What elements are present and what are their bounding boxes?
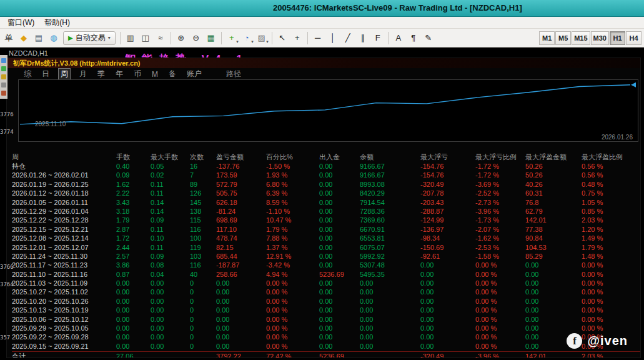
table-cell: 0.14 [151, 198, 190, 207]
table-cell: 0.00 [116, 297, 151, 306]
table-cell: 0.00 [319, 332, 360, 341]
timeframe-h1[interactable]: H1 [610, 31, 625, 45]
indicators-add-icon[interactable]: +▾ [225, 31, 239, 45]
table-cell: 5236.69 [319, 352, 360, 358]
tab-季[interactable]: 季 [96, 69, 107, 79]
trendline-icon[interactable]: ╱ [341, 31, 355, 45]
table-cell: 0.00 % [475, 342, 525, 351]
period-icon[interactable]: ◔▾ [240, 31, 254, 45]
table-cell: 2025.10.13 ~ 2025.10.19 [12, 306, 116, 314]
table-cell: 1.93 % [266, 171, 319, 179]
tab-年[interactable]: 年 [114, 69, 125, 79]
crosshair-icon[interactable]: + [290, 31, 304, 45]
menu-item[interactable]: 窗口(W) [2, 17, 39, 29]
table-cell: 1.79 % [266, 225, 319, 234]
table-cell: 40.26 [525, 180, 582, 189]
table-cell: 1.37 % [266, 243, 319, 252]
table-cell: 出入金 [319, 152, 360, 162]
table-cell: -2.52 % [475, 189, 525, 198]
table-cell: 6075.07 [360, 243, 420, 252]
table-cell: 9166.67 [360, 171, 420, 179]
dock-misc-icon[interactable] [1, 91, 6, 96]
table-cell: 89 [190, 180, 216, 189]
tab-月[interactable]: 月 [77, 69, 89, 79]
table-cell: 0.00 [151, 306, 190, 314]
table-cell: 0.00 [525, 270, 582, 279]
table-cell: 0.00 % [582, 315, 640, 324]
channel-icon[interactable]: ∥ [356, 31, 370, 45]
hline-icon[interactable]: ─ [311, 31, 325, 45]
table-cell: 0.00 [319, 234, 360, 242]
table-cell: 0.00 [319, 189, 360, 198]
table-cell: 0.00 % [582, 270, 640, 279]
table-cell: 0.00 [319, 207, 360, 216]
timeframe-m1[interactable]: M1 [539, 31, 555, 45]
table-row: 2025.10.13 ~ 2025.10.190.000.0000.000.00… [12, 306, 640, 314]
table-cell: 5495.35 [360, 270, 420, 279]
label-icon[interactable]: ¶ [407, 31, 420, 45]
tile-windows-icon[interactable]: ▦ [204, 31, 218, 45]
dock-chart-icon[interactable] [1, 58, 6, 63]
menu-item[interactable]: 帮助(H) [39, 17, 75, 29]
zoom-in-icon[interactable]: ⊕ [174, 31, 188, 45]
stats-panel: 初军DrMs统计,V3.08 (http://mtdriver.cn) 综日周月… [6, 58, 641, 358]
table-cell: -81.24 [216, 207, 266, 216]
table-cell: 0.00 % [582, 306, 640, 314]
table-cell: 2025.11.24 ~ 2025.11.30 [12, 252, 116, 261]
tab-账户[interactable]: 账户 [185, 69, 204, 79]
timeframe-m15[interactable]: M15 [572, 31, 590, 45]
play-icon: ▶ [68, 34, 73, 41]
table-cell: 2026.01.19 ~ 2026.01.25 [12, 180, 116, 189]
table-cell: 3.18 [116, 207, 151, 216]
auto-trading-button[interactable]: ▶自动交易▾ [63, 31, 116, 45]
new-order-icon[interactable]: ◆ [17, 31, 31, 45]
text-icon[interactable]: A [392, 31, 405, 45]
dock-grid-icon[interactable] [1, 82, 6, 88]
tab-M[interactable]: M [150, 70, 160, 79]
timeframe-h4[interactable]: H4 [626, 31, 642, 45]
table-cell: -154.76 [420, 162, 475, 171]
table-cell: 1.20 % [582, 225, 640, 234]
table-cell: 0.00 % [582, 324, 640, 332]
title-bar: 20054476: ICMarketsSC-Live09 - Raw Tradi… [0, 0, 644, 17]
shapes-icon[interactable]: ✎ [422, 31, 435, 45]
table-cell: -154.76 [420, 171, 475, 179]
table-cell: -150.69 [420, 243, 475, 252]
template-icon[interactable]: ▨▾ [255, 31, 269, 45]
community-icon[interactable]: ◍ [47, 31, 61, 45]
candlestick-icon[interactable]: ◫ [139, 31, 152, 45]
table-cell: 2025.09.29 ~ 2025.10.05 [12, 324, 116, 332]
table-cell: 77.38 [525, 225, 582, 234]
panel-tabs: 综日周月季年币M备账户路径 [22, 69, 640, 79]
table-cell: -1.72 % [475, 162, 525, 171]
tab-周[interactable]: 周 [58, 68, 71, 80]
print-icon[interactable]: ▤ [32, 31, 46, 45]
zoom-out-icon[interactable]: ⊖ [189, 31, 203, 45]
fibonacci-icon[interactable]: F [371, 31, 385, 45]
timeframe-m30[interactable]: M30 [591, 31, 609, 45]
tab-备[interactable]: 备 [167, 69, 178, 79]
dock-tool-icon[interactable] [1, 74, 6, 79]
table-cell: 16 [190, 162, 216, 171]
table-cell: 0.00 [360, 324, 420, 332]
table-cell: 2025.09.22 ~ 2025.09.28 [12, 332, 116, 341]
cursor-icon[interactable]: ↖ [275, 31, 289, 45]
tab-路径[interactable]: 路径 [224, 69, 243, 79]
table-cell: 50.26 [525, 162, 582, 171]
table-cell: 2026.01.26 ~ 2026.02.01 [12, 171, 116, 179]
timeframe-m5[interactable]: M5 [555, 31, 571, 45]
tab-币[interactable]: 币 [132, 69, 143, 79]
table-cell: -98.34 [420, 234, 475, 242]
tab-日[interactable]: 日 [40, 69, 51, 79]
table-cell: 685.44 [216, 252, 266, 261]
table-cell: -207.78 [420, 189, 475, 198]
table-cell: 0.00 [420, 261, 475, 269]
dock-list-icon[interactable] [1, 66, 6, 71]
bar-chart-icon[interactable]: ▥ [124, 31, 137, 45]
table-cell: 0.85 % [582, 207, 640, 216]
vline-icon[interactable]: │ [326, 31, 340, 45]
order-fragment-icon[interactable]: 单 [2, 31, 16, 45]
table-cell: -3.96 % [475, 207, 525, 216]
line-chart-icon[interactable]: ≈ [154, 31, 167, 45]
tab-综[interactable]: 综 [22, 69, 33, 79]
